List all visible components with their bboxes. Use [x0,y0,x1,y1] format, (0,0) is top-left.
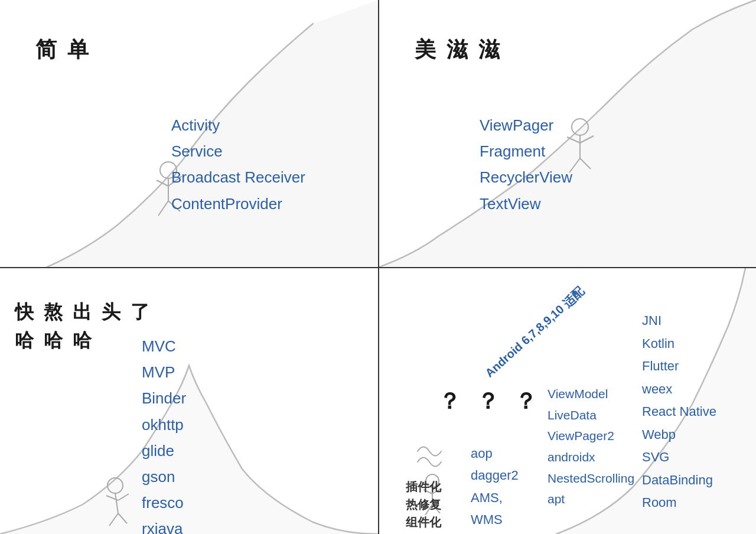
list-item: LiveData [548,405,634,426]
list-item: ViewModel [548,383,634,405]
android-text: Android 6,7,8,9,10 适配 [482,284,588,381]
list-item: MVP [142,359,186,385]
list-item: RecyclerView [480,164,572,190]
list-item: TextView [480,191,572,217]
question-marks: ？ ？ ？ [438,386,542,416]
q4-tech-mid: aop dagger2 AMS, WMS [471,442,519,531]
svg-line-2 [157,180,168,186]
list-item: ViewPager2 [548,425,634,447]
svg-point-12 [107,478,123,493]
q2-label: 美 滋 滋 [415,35,502,64]
list-item: Flutter [642,355,716,378]
quadrant-simple: 简 单 Activity Service Broadcast Receiver … [0,0,378,267]
q4-tech-right1: ViewModel LiveData ViewPager2 androidx N… [548,383,634,510]
list-item: Webp [642,424,716,447]
list-item: Service [171,138,305,164]
list-item: gson [142,464,186,490]
quadrant-almost: 快 熬 出 头 了 哈 哈 哈 MVC MVP Binder okhttp gl… [0,268,378,534]
vertical-divider [378,0,379,534]
quadrant-complex: ？ ？ ？ Android 6,7,8,9,10 适配 插件化 热修复 组件化 … [379,268,756,534]
list-item: rxjava [142,516,186,534]
list-item: Kotlin [642,333,716,356]
list-item: apt [548,489,634,510]
list-item: Activity [171,112,305,138]
svg-line-9 [580,136,594,143]
list-item: androidx [548,447,634,468]
q1-label: 简 单 [35,35,91,64]
q3-label: 快 熬 出 头 了 哈 哈 哈 [15,298,152,354]
svg-point-6 [572,119,588,135]
confused-labels: 插件化 热修复 组件化 [406,478,441,531]
list-item: ViewPager [480,112,572,138]
list-item: glide [142,438,186,464]
q3-tech-list: MVC MVP Binder okhttp glide gson fresco … [142,333,186,534]
svg-line-11 [580,158,591,169]
list-item: weex [642,378,716,401]
svg-line-13 [115,493,118,513]
svg-line-16 [109,513,118,526]
list-item: aop [471,442,519,464]
svg-line-15 [118,494,129,500]
list-item: MVC [142,333,186,359]
list-item: Room [642,491,716,515]
svg-line-17 [118,513,127,523]
quadrant-nice: 美 滋 滋 ViewPager Fragment RecyclerView Te… [379,0,756,267]
svg-line-4 [158,201,168,216]
list-item: AMS, [471,487,519,509]
list-item: fresco [142,490,186,516]
q4-tech-right2: JNI Kotlin Flutter weex React Native Web… [642,310,716,515]
svg-line-14 [106,496,118,500]
list-item: JNI [642,310,716,333]
list-item: dagger2 [471,464,519,486]
list-item: DataBinding [642,469,716,492]
list-item: okhttp [142,412,186,438]
q1-tech-list: Activity Service Broadcast Receiver Cont… [171,112,305,217]
list-item: React Native [642,400,716,424]
list-item: SVG [642,446,716,469]
list-item: NestedScrolling [548,468,634,489]
list-item: Binder [142,385,186,411]
list-item: Broadcast Receiver [171,164,305,190]
list-item: Fragment [480,138,572,164]
q2-tech-list: ViewPager Fragment RecyclerView TextView [480,112,572,217]
list-item: ContentProvider [171,191,305,217]
list-item: WMS [471,509,519,530]
